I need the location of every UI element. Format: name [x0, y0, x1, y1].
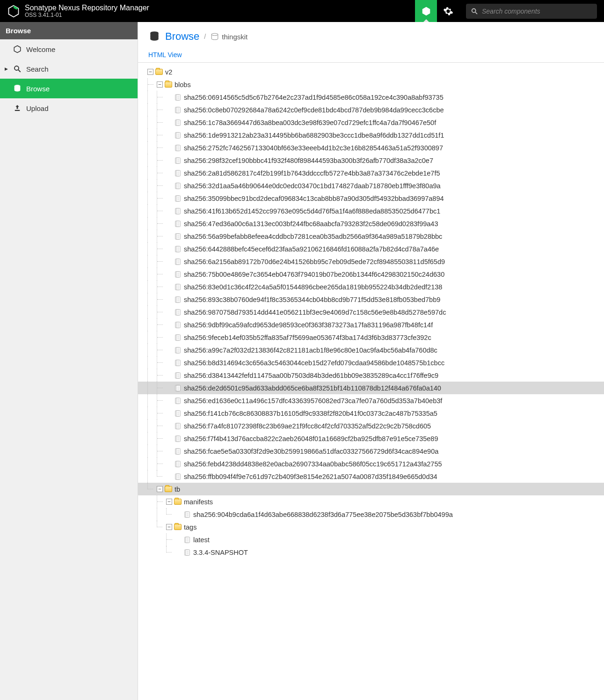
tree-item-blob[interactable]: ·sha256:56a99befabb8efeea4cddbcb7281cea0… [138, 230, 604, 243]
folder-icon [155, 69, 163, 75]
tree-toggle[interactable]: − [147, 69, 153, 75]
tree-item-blob[interactable]: ·sha256:47ed36a00c6a1313ec003bf244fbc68a… [138, 217, 604, 230]
tree-item-blob[interactable]: ·sha256:893c38b0760de94f1f8c35365344cb04… [138, 293, 604, 306]
file-icon [174, 220, 182, 228]
breadcrumb-separator: / [204, 33, 206, 40]
tree-folder-blobs[interactable]: −blobs [138, 78, 604, 91]
tree-toggle[interactable]: − [166, 524, 172, 530]
page-title: Browse [165, 30, 199, 43]
tree-item-blob[interactable]: ·sha256:6442888befc45ecef6d23faa5a921062… [138, 243, 604, 255]
file-icon [174, 334, 182, 341]
tree-item-blob[interactable]: ·sha256:35099bbec91bcd2decaf096834c13cab… [138, 192, 604, 205]
tree-item-blob[interactable]: ·sha256:41f613b652d1452cc99763e095c5d4d7… [138, 205, 604, 217]
file-icon [174, 397, 182, 405]
file-icon [174, 321, 182, 329]
file-icon [174, 410, 182, 417]
tree-item-tag[interactable]: ·3.3.4-SNAPSHOT [138, 546, 604, 559]
nav-item-browse[interactable]: Browse [0, 79, 138, 98]
file-icon [174, 283, 182, 291]
nexus-logo-icon [7, 5, 20, 18]
tree-item-blob[interactable]: ·sha256:a99c7a2f032d213836f42c821181acb1… [138, 344, 604, 356]
app-header: Sonatype Nexus Repository Manager OSS 3.… [0, 0, 604, 22]
database-icon [148, 30, 160, 43]
breadcrumb-repo[interactable]: thingskit [211, 32, 247, 41]
tree-item-blob[interactable]: ·sha256:b8d314694c3c656a3c5463044ceb15d2… [138, 356, 604, 369]
tree-item-blob[interactable]: ·sha256:1c78a3669447d63a8bea003dc3e98f63… [138, 116, 604, 129]
tree-item-blob[interactable]: ·sha256:06914565c5d5c67b2764e2c237ad1f9d… [138, 91, 604, 103]
tree-toggle[interactable]: − [157, 81, 163, 88]
tree-item-blob[interactable]: ·sha256:9870758d793514dd441e056211bf3ec9… [138, 306, 604, 318]
tree-toggle[interactable]: − [157, 486, 163, 492]
tree-item-blob[interactable]: ·sha256:298f32cef190bbbc41f932f480f89844… [138, 154, 604, 167]
folder-icon [174, 524, 182, 530]
tree-item-blob[interactable]: ·sha256:9feceb14ef035b52ffa835af7f5699ae… [138, 331, 604, 344]
tree-item-blob[interactable]: ·sha256:0c8eb070292684a78a6242c0ef9cde81… [138, 103, 604, 116]
upload-icon [13, 104, 22, 112]
page-header: Browse / thingskit [138, 22, 604, 51]
tree-item-manifest[interactable]: ·sha256:904b9cda6a1f4d63abe668838d6238f3… [138, 508, 604, 521]
file-icon [174, 245, 182, 253]
tree-item-blob[interactable]: ·sha256:75b00e4869e7c3654eb04763f794019b… [138, 268, 604, 280]
file-icon [174, 169, 182, 177]
file-icon [174, 448, 182, 455]
tree-folder-v2[interactable]: −v2 [138, 66, 604, 78]
file-icon [174, 195, 182, 202]
search-box[interactable] [466, 4, 597, 19]
search-input[interactable] [482, 7, 592, 15]
product-title: Sonatype Nexus Repository Manager [25, 4, 149, 12]
tree-item-blob[interactable]: ·sha256:f7a4fc81072398f8c23b69ae21f9fcc8… [138, 420, 604, 432]
file-icon [174, 346, 182, 354]
tree-item-blob[interactable]: ·sha256:d38413442fefd11475aa00b7503d84b3… [138, 369, 604, 382]
tree-item-blob[interactable]: ·sha256:6a2156ab89172b70d6e24b41526bb95c… [138, 255, 604, 268]
file-icon [183, 549, 191, 556]
html-view-link[interactable]: HTML View [138, 51, 604, 62]
file-icon [174, 296, 182, 303]
tree-item-blob[interactable]: ·sha256:ed1636e0c11a496c157dfc4336395760… [138, 394, 604, 407]
tree-item-blob[interactable]: ·sha256:9dbf99ca59afcd9653de98593ce0f363… [138, 318, 604, 331]
folder-icon [174, 499, 182, 505]
file-icon [174, 207, 182, 215]
tree-view: −v2−blobs·sha256:06914565c5d5c67b2764e2c… [138, 63, 604, 561]
tree-toggle[interactable]: − [166, 499, 172, 505]
folder-icon [165, 486, 172, 492]
nav-label: Browse [26, 85, 50, 93]
tree-item-blob[interactable]: ·sha256:de2d6501c95ad633abdd065ce6ba8f32… [138, 382, 604, 394]
repo-name: thingskit [222, 33, 247, 41]
file-icon [174, 460, 182, 468]
nav-item-search[interactable]: Search [0, 59, 138, 79]
tree-folder-tags[interactable]: −tags [138, 521, 604, 533]
tree-item-blob[interactable]: ·sha256:ffbb094f4f9e7c61d97c2b409f3e8154… [138, 470, 604, 483]
admin-mode-button[interactable] [437, 0, 459, 22]
tree-item-tag[interactable]: ·latest [138, 533, 604, 546]
tree-folder-manifests[interactable]: −manifests [138, 495, 604, 508]
file-icon [174, 422, 182, 430]
file-icon [174, 309, 182, 316]
tree-item-blob[interactable]: ·sha256:f7f4b413d76accba822c2aeb26048f01… [138, 432, 604, 445]
sidebar-header: Browse [0, 22, 138, 39]
nav-label: Upload [26, 104, 49, 112]
nav-item-welcome[interactable]: Welcome [0, 39, 138, 59]
file-icon [174, 94, 182, 101]
tree-item-blob[interactable]: ·sha256:1de9913212ab23a314495bb6ba688290… [138, 129, 604, 141]
sidebar: Browse WelcomeSearchBrowseUpload [0, 22, 138, 700]
tree-item-blob[interactable]: ·sha256:f141cb76c8c86308837b16105df9c933… [138, 407, 604, 420]
tree-item-blob[interactable]: ·sha256:fcae5e5a0330f3f2d9e30b259919866a… [138, 445, 604, 457]
file-icon [174, 384, 182, 392]
tree-item-blob[interactable]: ·sha256:83e0d1c36c4f22c4a5a5f01544896cbe… [138, 280, 604, 293]
tree-item-blob[interactable]: ·sha256:32d1aa5a46b90644e0dc0edc03470c1b… [138, 179, 604, 192]
tree-folder-tb[interactable]: −tb [138, 483, 604, 495]
cube-icon [421, 6, 431, 16]
file-icon [174, 106, 182, 114]
database-icon [13, 84, 22, 93]
logo-area: Sonatype Nexus Repository Manager OSS 3.… [0, 4, 156, 19]
file-icon [183, 511, 191, 518]
tree-item-blob[interactable]: ·sha256:2752fc7462567133040bf663e33eeeb4… [138, 141, 604, 154]
file-icon [174, 182, 182, 190]
tree-item-blob[interactable]: ·sha256:2a81d5862817c4f2b199f1b7643ddccc… [138, 167, 604, 179]
folder-icon [165, 81, 172, 88]
file-icon [174, 473, 182, 480]
nav-item-upload[interactable]: Upload [0, 98, 138, 118]
gear-icon [443, 6, 453, 16]
tree-item-blob[interactable]: ·sha256:febd4238dd4838e82e0acba26907334a… [138, 457, 604, 470]
browse-mode-button[interactable] [415, 0, 437, 22]
